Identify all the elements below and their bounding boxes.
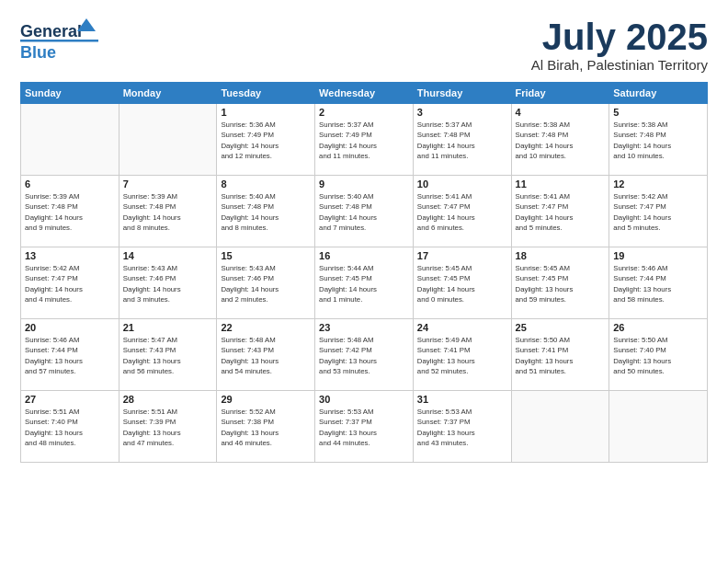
day-info: Sunrise: 5:38 AMSunset: 7:48 PMDaylight:…	[516, 120, 606, 161]
day-info: Sunrise: 5:42 AMSunset: 7:47 PMDaylight:…	[25, 263, 115, 304]
day-number: 19	[613, 250, 703, 261]
calendar-cell: 20Sunrise: 5:46 AMSunset: 7:44 PMDayligh…	[21, 319, 119, 391]
day-number: 9	[319, 178, 409, 190]
month-title: July 2025	[531, 17, 708, 57]
location: Al Birah, Palestinian Territory	[531, 57, 708, 73]
header: General Blue July 2025 Al Birah, Palesti…	[20, 17, 708, 73]
page: General Blue July 2025 Al Birah, Palesti…	[0, 0, 728, 563]
col-tuesday: Tuesday	[217, 83, 315, 104]
calendar-cell: 4Sunrise: 5:38 AMSunset: 7:48 PMDaylight…	[511, 104, 609, 176]
calendar-cell: 7Sunrise: 5:39 AMSunset: 7:48 PMDaylight…	[119, 176, 217, 247]
day-number: 31	[417, 394, 507, 405]
title-block: July 2025 Al Birah, Palestinian Territor…	[531, 17, 708, 73]
day-info: Sunrise: 5:38 AMSunset: 7:48 PMDaylight:…	[613, 120, 703, 161]
day-info: Sunrise: 5:45 AMSunset: 7:45 PMDaylight:…	[516, 263, 606, 304]
day-number: 6	[25, 178, 115, 190]
day-number: 26	[613, 322, 703, 333]
calendar-cell: 9Sunrise: 5:40 AMSunset: 7:48 PMDaylight…	[315, 176, 414, 247]
day-info: Sunrise: 5:41 AMSunset: 7:47 PMDaylight:…	[417, 191, 507, 233]
day-info: Sunrise: 5:52 AMSunset: 7:38 PMDaylight:…	[221, 407, 311, 448]
col-monday: Monday	[119, 83, 217, 104]
calendar-cell: 11Sunrise: 5:41 AMSunset: 7:47 PMDayligh…	[511, 176, 609, 247]
calendar-week-1: 1Sunrise: 5:36 AMSunset: 7:49 PMDaylight…	[21, 104, 708, 176]
day-info: Sunrise: 5:40 AMSunset: 7:48 PMDaylight:…	[319, 191, 409, 233]
calendar-cell: 8Sunrise: 5:40 AMSunset: 7:48 PMDaylight…	[217, 176, 315, 247]
day-number: 17	[417, 250, 507, 261]
col-wednesday: Wednesday	[315, 83, 414, 104]
col-sunday: Sunday	[21, 83, 119, 104]
day-number: 22	[221, 322, 311, 333]
col-friday: Friday	[511, 83, 609, 104]
logo: General Blue	[20, 17, 103, 64]
calendar-cell: 27Sunrise: 5:51 AMSunset: 7:40 PMDayligh…	[21, 391, 119, 463]
calendar-cell: 18Sunrise: 5:45 AMSunset: 7:45 PMDayligh…	[511, 247, 609, 319]
day-info: Sunrise: 5:41 AMSunset: 7:47 PMDaylight:…	[516, 191, 606, 233]
day-number: 10	[417, 178, 507, 190]
calendar-cell: 15Sunrise: 5:43 AMSunset: 7:46 PMDayligh…	[217, 247, 315, 319]
calendar-week-2: 6Sunrise: 5:39 AMSunset: 7:48 PMDaylight…	[21, 176, 708, 247]
calendar-cell: 6Sunrise: 5:39 AMSunset: 7:48 PMDaylight…	[21, 176, 119, 247]
day-number: 8	[221, 178, 311, 190]
calendar-cell: 13Sunrise: 5:42 AMSunset: 7:47 PMDayligh…	[21, 247, 119, 319]
day-info: Sunrise: 5:37 AMSunset: 7:49 PMDaylight:…	[319, 120, 409, 161]
calendar-cell: 28Sunrise: 5:51 AMSunset: 7:39 PMDayligh…	[119, 391, 217, 463]
calendar-cell: 10Sunrise: 5:41 AMSunset: 7:47 PMDayligh…	[413, 176, 511, 247]
day-number: 16	[319, 250, 409, 261]
day-info: Sunrise: 5:40 AMSunset: 7:48 PMDaylight:…	[221, 191, 311, 233]
day-info: Sunrise: 5:37 AMSunset: 7:48 PMDaylight:…	[417, 120, 507, 161]
day-info: Sunrise: 5:51 AMSunset: 7:39 PMDaylight:…	[123, 407, 213, 448]
day-number: 20	[25, 322, 115, 333]
col-saturday: Saturday	[609, 83, 708, 104]
day-info: Sunrise: 5:46 AMSunset: 7:44 PMDaylight:…	[613, 263, 703, 304]
day-info: Sunrise: 5:36 AMSunset: 7:49 PMDaylight:…	[221, 120, 311, 161]
day-number: 30	[319, 394, 409, 405]
day-number: 5	[613, 107, 703, 118]
day-number: 2	[319, 107, 409, 118]
day-info: Sunrise: 5:49 AMSunset: 7:41 PMDaylight:…	[417, 335, 507, 376]
day-number: 14	[123, 250, 213, 261]
logo-svg: General Blue	[20, 17, 103, 64]
calendar-cell: 1Sunrise: 5:36 AMSunset: 7:49 PMDaylight…	[217, 104, 315, 176]
day-number: 29	[221, 394, 311, 405]
calendar-week-3: 13Sunrise: 5:42 AMSunset: 7:47 PMDayligh…	[21, 247, 708, 319]
day-number: 11	[516, 178, 606, 190]
calendar-cell: 2Sunrise: 5:37 AMSunset: 7:49 PMDaylight…	[315, 104, 414, 176]
day-number: 13	[25, 250, 115, 261]
day-number: 27	[25, 394, 115, 405]
calendar-cell: 29Sunrise: 5:52 AMSunset: 7:38 PMDayligh…	[217, 391, 315, 463]
calendar-table: Sunday Monday Tuesday Wednesday Thursday…	[20, 82, 708, 463]
calendar-week-4: 20Sunrise: 5:46 AMSunset: 7:44 PMDayligh…	[21, 319, 708, 391]
day-number: 25	[516, 322, 606, 333]
calendar-cell: 24Sunrise: 5:49 AMSunset: 7:41 PMDayligh…	[413, 319, 511, 391]
calendar-cell: 21Sunrise: 5:47 AMSunset: 7:43 PMDayligh…	[119, 319, 217, 391]
day-info: Sunrise: 5:53 AMSunset: 7:37 PMDaylight:…	[319, 407, 409, 448]
calendar-cell	[511, 391, 609, 463]
day-info: Sunrise: 5:48 AMSunset: 7:43 PMDaylight:…	[221, 335, 311, 376]
calendar-cell: 22Sunrise: 5:48 AMSunset: 7:43 PMDayligh…	[217, 319, 315, 391]
day-number: 15	[221, 250, 311, 261]
day-info: Sunrise: 5:53 AMSunset: 7:37 PMDaylight:…	[417, 407, 507, 448]
calendar-cell: 26Sunrise: 5:50 AMSunset: 7:40 PMDayligh…	[609, 319, 708, 391]
calendar-cell: 25Sunrise: 5:50 AMSunset: 7:41 PMDayligh…	[511, 319, 609, 391]
day-info: Sunrise: 5:47 AMSunset: 7:43 PMDaylight:…	[123, 335, 213, 376]
day-info: Sunrise: 5:45 AMSunset: 7:45 PMDaylight:…	[417, 263, 507, 304]
calendar-cell: 5Sunrise: 5:38 AMSunset: 7:48 PMDaylight…	[609, 104, 708, 176]
day-info: Sunrise: 5:39 AMSunset: 7:48 PMDaylight:…	[123, 191, 213, 233]
calendar-cell: 30Sunrise: 5:53 AMSunset: 7:37 PMDayligh…	[315, 391, 414, 463]
calendar-cell: 23Sunrise: 5:48 AMSunset: 7:42 PMDayligh…	[315, 319, 414, 391]
calendar-cell: 14Sunrise: 5:43 AMSunset: 7:46 PMDayligh…	[119, 247, 217, 319]
day-info: Sunrise: 5:48 AMSunset: 7:42 PMDaylight:…	[319, 335, 409, 376]
calendar-cell: 12Sunrise: 5:42 AMSunset: 7:47 PMDayligh…	[609, 176, 708, 247]
day-number: 24	[417, 322, 507, 333]
svg-text:General: General	[20, 22, 82, 40]
calendar-cell: 17Sunrise: 5:45 AMSunset: 7:45 PMDayligh…	[413, 247, 511, 319]
calendar-cell: 31Sunrise: 5:53 AMSunset: 7:37 PMDayligh…	[413, 391, 511, 463]
day-number: 12	[613, 178, 703, 190]
day-info: Sunrise: 5:44 AMSunset: 7:45 PMDaylight:…	[319, 263, 409, 304]
day-number: 3	[417, 107, 507, 118]
day-number: 18	[516, 250, 606, 261]
day-number: 1	[221, 107, 311, 118]
day-number: 23	[319, 322, 409, 333]
day-info: Sunrise: 5:43 AMSunset: 7:46 PMDaylight:…	[123, 263, 213, 304]
day-info: Sunrise: 5:42 AMSunset: 7:47 PMDaylight:…	[613, 191, 703, 233]
